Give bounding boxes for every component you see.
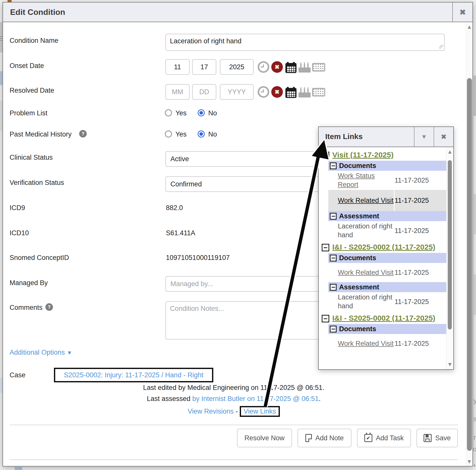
add-task-button[interactable]: ✔ Add Task [357, 429, 411, 447]
problem-list-yes-radio[interactable] [165, 109, 172, 116]
collapse-minus-icon[interactable] [322, 315, 329, 322]
item-links-close-button[interactable]: ✖ [434, 127, 453, 147]
onset-day-input[interactable] [192, 59, 216, 75]
item-links-doc-row: Laceration of right hand11-17-2025 [328, 221, 446, 240]
scroll-up-icon[interactable]: ▲ [466, 24, 472, 30]
item-links-group-link[interactable]: I&I - S2025-0002 (11-17-2025) [332, 314, 435, 322]
item-links-group-row: I&I - S2025-0002 (11-17-2025) [321, 311, 446, 324]
clock-icon[interactable] [258, 61, 269, 73]
help-glyph: ? [81, 131, 84, 137]
view-links-link[interactable]: View Links [244, 408, 276, 415]
onset-year-input[interactable] [220, 59, 254, 75]
last-assessed-text: Last assessed by Internist Butler on 11-… [10, 395, 458, 403]
background-text-fragment: of [473, 445, 476, 453]
onset-date-label: Onset Date [10, 62, 44, 70]
link-separator: - [235, 408, 238, 415]
icd10-value: S61.411A [166, 229, 195, 237]
close-icon: ✖ [441, 133, 447, 141]
snomed-value: 10971051000119107 [166, 254, 230, 262]
last-assessed-prefix: Last assessed [147, 395, 192, 402]
item-links-doc-link[interactable]: Work Related Visit [338, 196, 394, 205]
calendar-icon[interactable] [285, 63, 296, 73]
clock-icon[interactable] [258, 86, 269, 98]
item-links-doc-text: Laceration of right hand [328, 292, 394, 311]
problem-list-no-label: No [208, 109, 217, 117]
birthday-icon[interactable] [299, 61, 311, 73]
item-links-section-label: Documents [339, 254, 376, 262]
item-links-scrollbar-thumb[interactable] [448, 160, 452, 329]
item-links-doc-date: 11-17-2025 [395, 190, 446, 211]
item-links-doc-text: Laceration of right hand [328, 221, 394, 240]
save-button[interactable]: Save [416, 429, 458, 447]
additional-options-link[interactable]: Additional Options ▼ [10, 349, 72, 356]
footer-divider [10, 425, 458, 425]
resolved-year-input[interactable] [220, 84, 254, 100]
item-links-doc-link[interactable]: Work Related Visit [338, 339, 394, 348]
view-revisions-link[interactable]: View Revisions [188, 408, 234, 415]
collapse-minus-icon[interactable] [322, 244, 329, 251]
add-note-label: Add Note [315, 434, 344, 442]
resolved-month-input[interactable] [165, 84, 190, 100]
collapse-minus-icon[interactable] [330, 284, 337, 291]
item-links-collapse-button[interactable]: ▼ [414, 127, 434, 147]
background-fragment [0, 101, 3, 131]
item-links-doc-date: 11-17-2025 [395, 221, 446, 240]
clear-date-icon[interactable]: ✖ [271, 61, 283, 73]
keyboard-icon[interactable] [312, 88, 325, 96]
pmh-no-radio[interactable] [198, 130, 205, 138]
case-label: Case [10, 371, 25, 379]
scroll-down-icon[interactable]: ▼ [466, 458, 472, 465]
resolved-day-input[interactable] [192, 84, 216, 100]
calendar-icon[interactable] [285, 88, 296, 98]
dialog-scrollbar-thumb[interactable] [467, 78, 472, 451]
background-fragment [0, 71, 3, 85]
item-links-doc-label: Laceration of right hand [338, 222, 394, 240]
clinical-status-value: Active [170, 155, 189, 163]
resolve-now-button[interactable]: Resolve Now [237, 429, 292, 447]
background-text-fragment: n [473, 434, 476, 442]
pmh-yes-radio[interactable] [165, 130, 172, 138]
clear-date-icon[interactable]: ✖ [271, 86, 283, 98]
collapse-minus-icon[interactable] [330, 162, 337, 169]
dialog-close-button[interactable]: ✖ [452, 3, 472, 22]
item-links-doc-link[interactable]: Work Status Report [338, 172, 394, 189]
item-links-group-link[interactable]: I&I - S2025-0002 (11-17-2025) [332, 243, 435, 251]
collapse-minus-icon[interactable] [330, 213, 337, 220]
case-link[interactable]: S2025-0002: Injury: 11-17-2025 / Hand - … [64, 371, 203, 379]
help-icon[interactable]: ? [79, 130, 87, 138]
collapse-minus-icon[interactable] [330, 255, 337, 261]
icd9-value: 882.0 [166, 204, 183, 212]
item-links-doc-text: Work Related Visit [328, 190, 394, 211]
item-links-group-link[interactable]: Visit (11-17-2025) [332, 151, 394, 159]
item-links-doc-text: Work Status Report [328, 171, 394, 190]
item-links-doc-link[interactable]: Work Related Visit [338, 268, 394, 277]
collapse-minus-icon[interactable] [330, 326, 337, 332]
pmh-yes-label: Yes [175, 130, 187, 138]
view-links-annotation-box: View Links [240, 406, 280, 417]
help-icon[interactable]: ? [45, 303, 53, 311]
item-links-group-row: I&I - S2025-0002 (11-17-2025) [321, 240, 446, 253]
dialog-scrollbar[interactable]: ▲ ▼ [466, 23, 472, 466]
item-links-section-label: Assessment [339, 212, 379, 220]
last-assessed-link[interactable]: by Internist Butler on 11-17-2025 @ 06:5… [192, 395, 319, 402]
item-links-doc-row: Work Related Visit11-17-2025 [328, 190, 446, 211]
item-links-tree: Visit (11-17-2025)DocumentsWork Status R… [319, 147, 446, 369]
resize-grip-icon[interactable] [439, 45, 443, 49]
keyboard-icon[interactable] [312, 63, 325, 72]
comments-label: Comments [10, 304, 43, 312]
item-links-section-row: Assessment [328, 211, 446, 221]
item-links-scrollbar[interactable]: ▲ ▼ [446, 147, 453, 369]
icd9-label: ICD9 [10, 204, 25, 212]
onset-month-input[interactable] [165, 59, 190, 75]
clear-x-glyph: ✖ [275, 89, 279, 95]
collapse-minus-icon[interactable] [322, 152, 329, 159]
condition-name-input[interactable] [165, 34, 445, 51]
problem-list-no-radio[interactable] [198, 109, 205, 116]
save-icon [424, 434, 432, 442]
birthday-icon[interactable] [299, 86, 311, 98]
add-note-button[interactable]: Add Note [298, 429, 351, 447]
additional-options-label[interactable]: Additional Options [10, 349, 65, 356]
save-label: Save [435, 434, 451, 442]
scroll-down-icon[interactable]: ▼ [447, 361, 453, 368]
scroll-up-icon[interactable]: ▲ [447, 149, 453, 155]
